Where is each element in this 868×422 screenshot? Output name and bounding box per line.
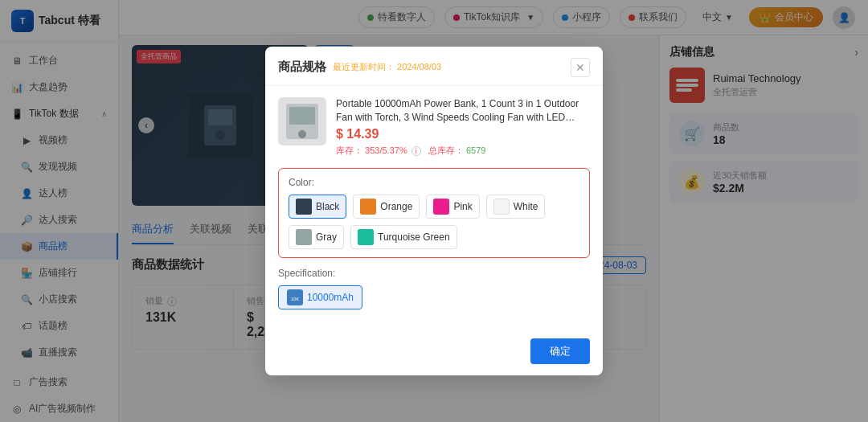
modal-title: 商品规格 [278,59,326,75]
color-options: Black Orange Pink [289,195,579,249]
modal-product-details: Portable 10000mAh Power Bank, 1 Count 3 … [336,97,590,158]
modal-body: Portable 10000mAh Power Bank, 1 Count 3 … [265,86,603,331]
modal-product-name: Portable 10000mAh Power Bank, 1 Count 3 … [336,97,590,125]
orange-swatch [360,199,376,215]
svg-rect-18 [433,199,449,215]
confirm-button[interactable]: 确定 [530,338,590,364]
modal-update-time: 最近更新时间： 2024/08/03 [333,61,441,73]
svg-rect-19 [494,199,510,215]
white-swatch [493,199,510,215]
modal-product-price: $ 14.39 [336,127,590,141]
color-spec-section: Color: Black Orange [278,168,590,258]
svg-text:10K: 10K [291,297,300,301]
pink-swatch [433,199,449,215]
modal-stock-info: 库存： 353/5.37% i 总库存： 6579 [336,145,590,157]
svg-rect-21 [358,229,374,245]
svg-rect-20 [296,229,312,245]
svg-point-15 [298,130,306,138]
color-option-black[interactable]: Black [289,195,346,219]
color-label: Color: [289,177,579,188]
color-option-orange[interactable]: Orange [353,195,420,219]
gray-swatch [296,229,312,245]
svg-rect-17 [360,199,376,215]
modal-footer: 确定 [265,330,603,375]
color-option-white[interactable]: White [486,195,546,219]
modal-product-image [278,97,326,145]
spec-label: Specification: [278,268,590,279]
spec-section: Specification: 10K 10000mAh [278,268,590,309]
svg-rect-16 [296,199,312,215]
size-options: 10K 10000mAh [278,285,590,309]
color-option-gray[interactable]: Gray [289,225,344,249]
modal-close-btn[interactable]: ✕ [571,58,590,77]
black-swatch [296,199,312,215]
size-swatch: 10K [287,289,303,305]
modal-header: 商品规格 最近更新时间： 2024/08/03 ✕ [265,47,603,86]
turquoise-swatch [358,229,374,245]
svg-rect-14 [289,107,315,125]
stock-info-icon[interactable]: i [411,146,421,156]
color-option-pink[interactable]: Pink [426,195,479,219]
color-option-turquoise[interactable]: Turquoise Green [350,225,457,249]
product-spec-modal: 商品规格 最近更新时间： 2024/08/03 ✕ [265,47,603,376]
size-option-10000mah[interactable]: 10K 10000mAh [278,285,362,309]
modal-overlay[interactable]: 商品规格 最近更新时间： 2024/08/03 ✕ [0,0,868,422]
modal-product-info: Portable 10000mAh Power Bank, 1 Count 3 … [278,97,590,158]
